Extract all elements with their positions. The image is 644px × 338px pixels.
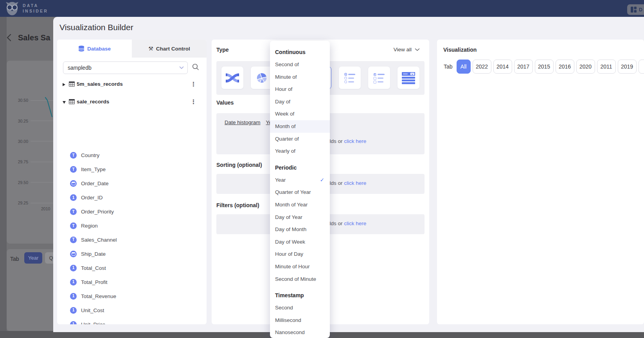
radio-list-icon xyxy=(344,72,356,84)
year-tab[interactable]: All xyxy=(457,60,471,74)
dropdown-option[interactable]: Quarter of Year xyxy=(270,186,330,199)
click-here-link[interactable]: click here xyxy=(344,221,366,226)
sankey-chart-icon xyxy=(226,72,239,83)
field-type-icon: T xyxy=(70,152,77,159)
top-navbar: DATA INSIDER D xyxy=(0,0,644,17)
field-item[interactable]: T Item_Type xyxy=(57,163,207,177)
values-hint: elds or click here xyxy=(327,138,366,144)
field-item[interactable]: T Region xyxy=(57,219,207,233)
date-granularity-dropdown: Continuous Second of Minute of Hour of D… xyxy=(270,41,330,338)
field-item[interactable]: T Sales_Channel xyxy=(57,233,207,247)
tab-chart-control[interactable]: ⚒ Chart Control xyxy=(132,40,207,58)
table-chart-icon xyxy=(401,72,416,84)
year-tab[interactable]: 2 xyxy=(639,60,644,74)
kebab-menu-icon[interactable]: ⋮ xyxy=(191,98,196,105)
tab-label: Tab xyxy=(10,256,19,262)
chart-type-radio-list[interactable] xyxy=(339,67,361,89)
table-icon xyxy=(69,99,75,104)
datasource-select[interactable]: sampledb xyxy=(63,61,188,74)
sorting-hint: elds or click here xyxy=(327,180,366,186)
field-item[interactable]: T Order_Priority xyxy=(57,205,207,219)
filters-hint: elds or click here xyxy=(327,221,366,226)
owl-logo[interactable] xyxy=(5,1,20,16)
dropdown-option[interactable]: Minute of xyxy=(270,71,330,83)
year-tab[interactable]: 2020 xyxy=(576,60,595,74)
chart-type-checkbox-list[interactable] xyxy=(368,67,390,89)
field-item[interactable]: 1 Order_ID xyxy=(57,191,207,205)
chart-type-table[interactable] xyxy=(398,67,419,89)
tab-database[interactable]: Database xyxy=(57,40,132,58)
dropdown-option[interactable]: Second of Minute xyxy=(270,273,330,286)
year-tab-bar: Tab All202220142017201520162020201120192 xyxy=(444,60,644,74)
field-type-icon: 1 xyxy=(70,293,77,300)
field-type-icon: 1 xyxy=(70,307,77,314)
visualization-panel: Visualization Tab All2022201420172015201… xyxy=(437,40,644,324)
click-here-link[interactable]: click here xyxy=(344,138,366,144)
field-item[interactable]: 1 Total_Cost xyxy=(57,261,207,275)
dropdown-option[interactable]: Second xyxy=(270,302,330,314)
dropdown-option[interactable]: Year xyxy=(270,174,330,186)
field-item[interactable]: Order_Date xyxy=(57,177,207,191)
field-item[interactable]: Ship_Date xyxy=(57,247,207,261)
caret-icon[interactable] xyxy=(63,98,69,105)
dropdown-option[interactable]: Quarter of xyxy=(270,133,330,145)
dropdown-option[interactable]: Continuous xyxy=(270,46,330,58)
value-pill[interactable]: Date histogram xyxy=(225,119,261,125)
dropdown-option[interactable]: Week of xyxy=(270,108,330,120)
search-icon[interactable] xyxy=(192,63,199,70)
year-tab[interactable]: 2019 xyxy=(618,60,637,74)
field-type-icon: T xyxy=(70,237,77,243)
dropdown-option[interactable]: Minute of Hour xyxy=(270,260,330,273)
table-tree-item[interactable]: 5m_sales_records ⋮ xyxy=(57,75,207,93)
year-tab[interactable]: 2014 xyxy=(493,60,512,74)
values-section-title: Values xyxy=(216,99,234,106)
dropdown-option[interactable]: Hour of Day xyxy=(270,248,330,260)
field-item[interactable]: 1 Unit_Cost xyxy=(57,303,207,317)
back-icon[interactable] xyxy=(6,33,12,42)
kebab-menu-icon[interactable]: ⋮ xyxy=(191,81,196,88)
dropdown-option[interactable]: Second of xyxy=(270,58,330,71)
field-item[interactable]: 1 Unit_Price xyxy=(57,317,207,324)
dropdown-option[interactable]: Nanosecond xyxy=(270,326,330,338)
caret-icon[interactable] xyxy=(63,81,69,88)
visualization-builder-modal: Visualization Builder Database ⚒ Chart xyxy=(53,17,644,332)
dropdown-option[interactable]: Yearly of xyxy=(270,145,330,157)
dashboard-button[interactable]: D xyxy=(627,4,644,15)
dropdown-option[interactable]: Timestamp xyxy=(270,289,330,302)
visualization-title: Visualization xyxy=(443,47,477,53)
dropdown-option[interactable]: Day of Month xyxy=(270,223,330,236)
field-item[interactable]: 1 Total_Profit xyxy=(57,275,207,289)
tools-icon: ⚒ xyxy=(148,45,153,52)
chart-type-pie[interactable] xyxy=(251,67,273,89)
chart-type-sankey[interactable] xyxy=(221,67,243,89)
year-tab[interactable]: 2016 xyxy=(556,60,574,74)
year-tab[interactable]: 2017 xyxy=(514,60,533,74)
year-tab[interactable]: 2022 xyxy=(473,60,491,74)
year-tab[interactable]: 2015 xyxy=(535,60,554,74)
dropdown-option[interactable]: Month of xyxy=(270,120,330,133)
field-item[interactable]: 1 Total_Revenue xyxy=(57,289,207,303)
click-here-link[interactable]: click here xyxy=(344,180,366,186)
dropdown-option[interactable]: Day of xyxy=(270,96,330,108)
dropdown-option[interactable]: Periodic xyxy=(270,161,330,174)
field-type-icon: T xyxy=(70,208,77,215)
year-tab[interactable]: 2011 xyxy=(597,60,616,74)
dropdown-option[interactable]: Month of Year xyxy=(270,199,330,211)
background-tabbar: Tab YearQu xyxy=(7,249,53,331)
dropdown-option[interactable]: Day of Week xyxy=(270,236,330,248)
filters-section-title: Filters (optional) xyxy=(216,202,259,208)
dropdown-option[interactable]: Day of Year xyxy=(270,211,330,224)
dropdown-option[interactable]: Millisecond xyxy=(270,314,330,327)
field-item[interactable]: T Country xyxy=(57,148,207,163)
modal-title: Visualization Builder xyxy=(59,23,133,32)
table-tree-item[interactable]: sale_records ⋮ xyxy=(57,93,207,110)
dropdown-option[interactable]: Hour of xyxy=(270,83,330,96)
view-all-button[interactable]: View all xyxy=(394,47,420,52)
x-tick: 2010 xyxy=(41,206,50,211)
chevron-down-icon xyxy=(179,66,184,69)
field-list: T Country T Item_Type Order_Date 1 xyxy=(57,148,207,324)
field-type-icon: T xyxy=(70,222,77,229)
dashboard-icon xyxy=(631,7,637,13)
background-tab-button[interactable]: Year xyxy=(24,252,42,264)
pie-chart-icon xyxy=(255,72,268,84)
